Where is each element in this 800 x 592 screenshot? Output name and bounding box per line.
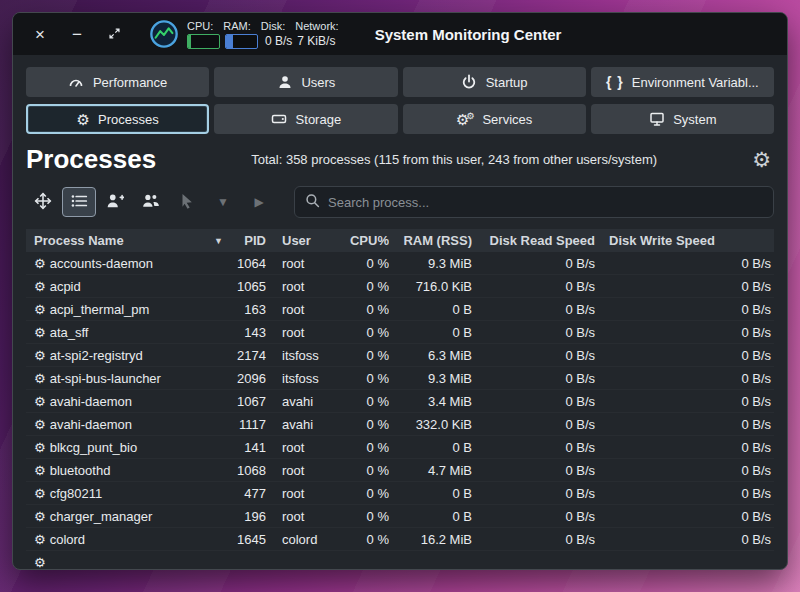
- list-view-button[interactable]: [62, 187, 96, 217]
- tab-bar: Performance Users Startup { } Environmen…: [13, 55, 787, 134]
- close-button[interactable]: ×: [27, 21, 53, 47]
- disk-write-cell: 0 B/s: [595, 463, 774, 478]
- pid-cell: 1067: [231, 394, 266, 409]
- cpu-label: CPU:: [187, 20, 213, 32]
- column-process-name[interactable]: Process Name ▼: [26, 233, 231, 248]
- tab-label: System: [673, 112, 716, 127]
- show-user-processes-button[interactable]: [98, 187, 132, 217]
- page-title: Processes: [26, 144, 156, 175]
- dropdown-icon: ▼: [217, 196, 229, 208]
- table-row[interactable]: ⚙ avahi-daemon 1067 avahi 0 % 3.4 MiB 0 …: [26, 390, 774, 413]
- ram-cell: 6.3 MiB: [389, 348, 472, 363]
- disk-read-cell: 0 B/s: [472, 417, 595, 432]
- pid-cell: 2096: [231, 371, 266, 386]
- tab-performance[interactable]: Performance: [26, 67, 209, 97]
- column-disk-read[interactable]: Disk Read Speed: [472, 233, 595, 248]
- user-cell: itsfoss: [266, 371, 342, 386]
- storage-icon: [271, 111, 288, 128]
- table-row[interactable]: ⚙ acpi_thermal_pm 163 root 0 % 0 B 0 B/s…: [26, 298, 774, 321]
- disk-read-cell: 0 B/s: [472, 256, 595, 271]
- disk-speed-value: 0 B/s: [265, 34, 292, 48]
- table-row[interactable]: ⚙ charger_manager 196 root 0 % 0 B 0 B/s…: [26, 505, 774, 528]
- tab-users[interactable]: Users: [214, 67, 397, 97]
- table-row[interactable]: ⚙ at-spi-bus-launcher 2096 itsfoss 0 % 9…: [26, 367, 774, 390]
- pid-cell: 196: [231, 509, 266, 524]
- user-cell: colord: [266, 532, 342, 547]
- cpu-cell: 0 %: [342, 509, 389, 524]
- users-icon: [276, 74, 293, 91]
- user-cell: root: [266, 325, 342, 340]
- ram-cell: 332.0 KiB: [389, 417, 472, 432]
- show-all-processes-button[interactable]: [134, 187, 168, 217]
- column-cpu[interactable]: CPU%: [342, 233, 389, 248]
- tree-view-icon: [34, 192, 52, 213]
- column-ram[interactable]: RAM (RSS): [389, 233, 472, 248]
- search-input[interactable]: [328, 195, 763, 210]
- table-row[interactable]: ⚙ blkcg_punt_bio 141 root 0 % 0 B 0 B/s …: [26, 436, 774, 459]
- pid-cell: 477: [231, 486, 266, 501]
- user-plus-icon: [106, 192, 124, 213]
- table-row[interactable]: ⚙ at-spi2-registryd 2174 itsfoss 0 % 6.3…: [26, 344, 774, 367]
- column-pid[interactable]: PID: [231, 233, 266, 248]
- process-gear-icon: ⚙: [34, 395, 46, 408]
- user-cell: root: [266, 440, 342, 455]
- cpu-cell: 0 %: [342, 463, 389, 478]
- user-cell: itsfoss: [266, 348, 342, 363]
- list-view-icon: [70, 192, 88, 213]
- column-user[interactable]: User: [266, 233, 342, 248]
- page-settings-button[interactable]: ⚙: [752, 149, 771, 170]
- disk-write-cell: 0 B/s: [595, 279, 774, 294]
- close-icon: ×: [35, 26, 45, 43]
- pid-cell: 141: [231, 440, 266, 455]
- tab-storage[interactable]: Storage: [214, 104, 397, 134]
- tab-label: Users: [301, 75, 335, 90]
- tab-startup[interactable]: Startup: [403, 67, 586, 97]
- table-row[interactable]: ⚙ accounts-daemon 1064 root 0 % 9.3 MiB …: [26, 252, 774, 275]
- user-cell: avahi: [266, 394, 342, 409]
- column-disk-write[interactable]: Disk Write Speed: [595, 233, 774, 248]
- network-speed-value: 7 KiB/s: [297, 34, 335, 48]
- table-row[interactable]: ⚙ acpid 1065 root 0 % 716.0 KiB 0 B/s 0 …: [26, 275, 774, 298]
- table-row[interactable]: ⚙ avahi-daemon 1117 avahi 0 % 332.0 KiB …: [26, 413, 774, 436]
- process-name-cell: ⚙ cfg80211: [26, 486, 231, 501]
- table-row[interactable]: ⚙ cfg80211 477 root 0 % 0 B 0 B/s 0 B/s: [26, 482, 774, 505]
- continue-process-button[interactable]: ▶: [242, 187, 276, 217]
- process-details-button[interactable]: ▼: [206, 187, 240, 217]
- select-process-button[interactable]: [170, 187, 204, 217]
- tab-label: Environment Variabl...: [632, 75, 759, 90]
- process-table: Process Name ▼ PID User CPU% RAM (RSS) D…: [26, 229, 774, 569]
- process-gear-icon: ⚙: [34, 303, 46, 316]
- ram-label: RAM:: [223, 20, 251, 32]
- cpu-cell: 0 %: [342, 348, 389, 363]
- search-box: [294, 186, 774, 218]
- maximize-button[interactable]: [101, 21, 127, 47]
- tab-system[interactable]: System: [591, 104, 774, 134]
- pid-cell: 163: [231, 302, 266, 317]
- process-gear-icon: ⚙: [34, 533, 46, 546]
- page-header: Processes Total: 358 processes (115 from…: [13, 134, 787, 179]
- table-row[interactable]: ⚙: [26, 551, 774, 569]
- window-title: System Monitoring Center: [375, 26, 562, 43]
- minimize-button[interactable]: −: [64, 21, 90, 47]
- tree-view-button[interactable]: [26, 187, 60, 217]
- search-icon: [305, 193, 320, 212]
- ram-cell: 4.7 MiB: [389, 463, 472, 478]
- table-row[interactable]: ⚙ ata_sff 143 root 0 % 0 B 0 B/s 0 B/s: [26, 321, 774, 344]
- ram-cell: 3.4 MiB: [389, 394, 472, 409]
- disk-write-cell: 0 B/s: [595, 532, 774, 547]
- process-name-cell: ⚙ ata_sff: [26, 325, 231, 340]
- tab-services[interactable]: ⚙⚙ Services: [403, 104, 586, 134]
- table-row[interactable]: ⚙ colord 1645 colord 0 % 16.2 MiB 0 B/s …: [26, 528, 774, 551]
- environment-variables-icon: { }: [606, 74, 624, 90]
- disk-read-cell: 0 B/s: [472, 394, 595, 409]
- table-row[interactable]: ⚙ bluetoothd 1068 root 0 % 4.7 MiB 0 B/s…: [26, 459, 774, 482]
- disk-write-cell: 0 B/s: [595, 509, 774, 524]
- disk-write-cell: 0 B/s: [595, 325, 774, 340]
- ram-cell: 716.0 KiB: [389, 279, 472, 294]
- tab-environment-variables[interactable]: { } Environment Variabl...: [591, 67, 774, 97]
- cpu-cell: 0 %: [342, 302, 389, 317]
- process-name-cell: ⚙ charger_manager: [26, 509, 231, 524]
- tab-processes[interactable]: ⚙ Processes: [26, 104, 209, 134]
- disk-read-cell: 0 B/s: [472, 509, 595, 524]
- disk-read-cell: 0 B/s: [472, 348, 595, 363]
